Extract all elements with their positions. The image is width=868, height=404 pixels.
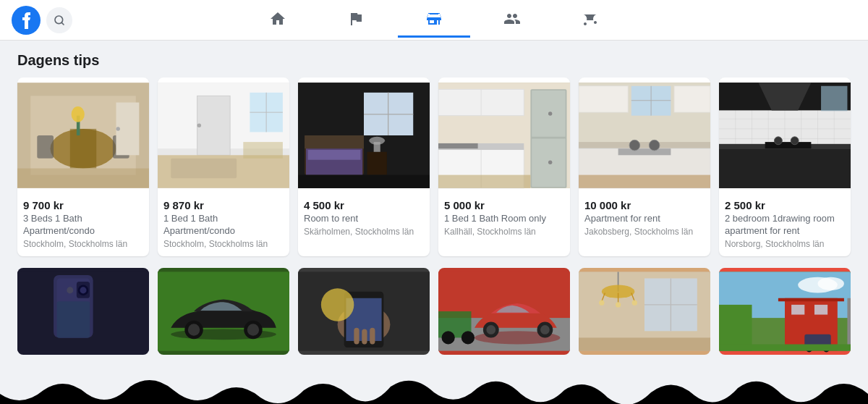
listing-location: Skärholmen, Stockholms län	[304, 227, 424, 237]
bottom-listing-card[interactable]	[579, 268, 710, 355]
svg-rect-83	[765, 142, 812, 148]
listing-description: Apartment for rent	[584, 213, 705, 225]
svg-point-118	[461, 331, 475, 344]
bottom-listing-image	[17, 268, 149, 355]
svg-rect-64	[579, 175, 710, 188]
svg-rect-57	[579, 86, 628, 112]
svg-rect-146	[719, 344, 851, 350]
svg-rect-140	[791, 305, 804, 315]
svg-rect-59	[579, 142, 710, 148]
svg-rect-13	[17, 169, 149, 188]
listing-price: 9 870 kr	[163, 199, 284, 211]
svg-point-49	[548, 161, 552, 164]
section-title: Dagens tips	[17, 52, 851, 69]
nav-left	[12, 6, 156, 35]
svg-point-12	[116, 127, 120, 130]
svg-rect-17	[197, 96, 231, 155]
svg-rect-61	[618, 148, 671, 155]
svg-point-129	[599, 300, 604, 305]
svg-point-10	[72, 106, 85, 122]
bottom-listing-card[interactable]	[719, 268, 851, 355]
svg-point-63	[649, 140, 660, 151]
svg-point-117	[442, 331, 455, 344]
flag-icon	[347, 10, 365, 28]
svg-point-115	[540, 325, 550, 334]
listing-description: 1 Bed 1 Bath Room only	[444, 213, 564, 225]
listing-info: 2 500 kr 2 bedroom 1drawing room apartme…	[719, 193, 851, 256]
listing-info: 9 870 kr 1 Bed 1 Bath Apartment/condo St…	[158, 193, 289, 256]
gaming-icon	[582, 10, 599, 28]
listing-info: 4 500 kr Room to rent Skärholmen, Stockh…	[298, 193, 430, 244]
svg-point-62	[629, 140, 640, 151]
svg-marker-139	[778, 298, 844, 302]
nav-pages-button[interactable]	[320, 3, 392, 38]
nav-home-button[interactable]	[242, 3, 314, 38]
bottom-listing-image	[438, 268, 570, 355]
listing-image	[298, 77, 430, 193]
listing-location: Jakobsberg, Stockholms län	[584, 227, 705, 237]
bottom-listing-card[interactable]	[17, 268, 149, 355]
svg-rect-31	[305, 135, 364, 148]
listing-image	[438, 77, 570, 193]
listing-card[interactable]: 9 700 kr 3 Beds 1 Bath Apartment/condo S…	[17, 77, 149, 256]
svg-point-130	[616, 302, 621, 307]
main-content: Dagens tips	[0, 41, 868, 366]
home-icon	[269, 10, 286, 28]
svg-rect-33	[308, 150, 361, 160]
nav-gaming-button[interactable]	[554, 3, 626, 38]
search-button[interactable]	[46, 7, 72, 33]
svg-point-105	[321, 288, 354, 321]
svg-rect-7	[37, 135, 54, 159]
listing-info: 10 000 kr Apartment for rent Jakobsberg,…	[579, 193, 710, 244]
svg-line-2	[61, 22, 64, 25]
bottom-listing-image	[158, 268, 289, 355]
listing-description: Room to rent	[304, 213, 424, 225]
bottom-listing-card[interactable]	[158, 268, 289, 355]
nav-friends-button[interactable]	[476, 3, 548, 38]
svg-rect-37	[298, 175, 430, 188]
svg-point-48	[548, 111, 552, 115]
listing-image	[158, 77, 289, 193]
bottom-listings-grid	[17, 268, 851, 355]
listing-description: 2 bedroom 1drawing room apartment for re…	[725, 213, 845, 237]
nav-center	[156, 3, 712, 38]
svg-rect-108	[370, 328, 375, 345]
listing-location: Norsborg, Stockholms län	[725, 239, 845, 249]
svg-rect-106	[354, 328, 359, 345]
listing-card[interactable]: 4 500 kr Room to rent Skärholmen, Stockh…	[298, 77, 430, 256]
bottom-listing-image	[579, 268, 710, 355]
svg-rect-24	[243, 142, 283, 159]
listing-location: Stockholm, Stockholms län	[163, 239, 284, 249]
torn-svg	[0, 372, 868, 404]
bottom-listing-card[interactable]	[298, 268, 430, 355]
svg-point-98	[188, 324, 200, 335]
svg-rect-51	[438, 175, 530, 188]
listing-card[interactable]: 2 500 kr 2 bedroom 1drawing room apartme…	[719, 77, 851, 256]
svg-point-91	[80, 287, 86, 293]
svg-rect-34	[367, 152, 387, 175]
svg-point-36	[369, 137, 385, 145]
listing-price: 9 700 kr	[23, 199, 143, 211]
svg-rect-6	[70, 129, 96, 169]
svg-point-136	[818, 277, 844, 290]
listing-info: 5 000 kr 1 Bed 1 Bath Room only Kallhäll…	[438, 193, 570, 244]
listing-card[interactable]: 5 000 kr 1 Bed 1 Bath Room only Kallhäll…	[438, 77, 570, 256]
svg-rect-23	[171, 159, 237, 178]
svg-point-92	[67, 287, 73, 293]
svg-rect-82	[821, 86, 847, 111]
svg-rect-132	[579, 337, 710, 350]
listing-price: 10 000 kr	[584, 199, 705, 211]
torn-paper-effect	[0, 372, 868, 404]
listing-card[interactable]: 10 000 kr Apartment for rent Jakobsberg,…	[579, 77, 710, 256]
friends-icon	[503, 10, 521, 28]
svg-point-84	[774, 137, 782, 145]
bottom-listing-card[interactable]	[438, 268, 570, 355]
nav-marketplace-button[interactable]	[398, 3, 470, 38]
listing-description: 3 Beds 1 Bath Apartment/condo	[23, 213, 143, 237]
svg-rect-50	[438, 143, 478, 148]
svg-point-18	[197, 124, 201, 127]
svg-point-100	[247, 324, 259, 335]
listing-description: 1 Bed 1 Bath Apartment/condo	[163, 213, 284, 237]
listing-price: 2 500 kr	[725, 199, 845, 211]
listing-card[interactable]: 9 870 kr 1 Bed 1 Bath Apartment/condo St…	[158, 77, 289, 256]
